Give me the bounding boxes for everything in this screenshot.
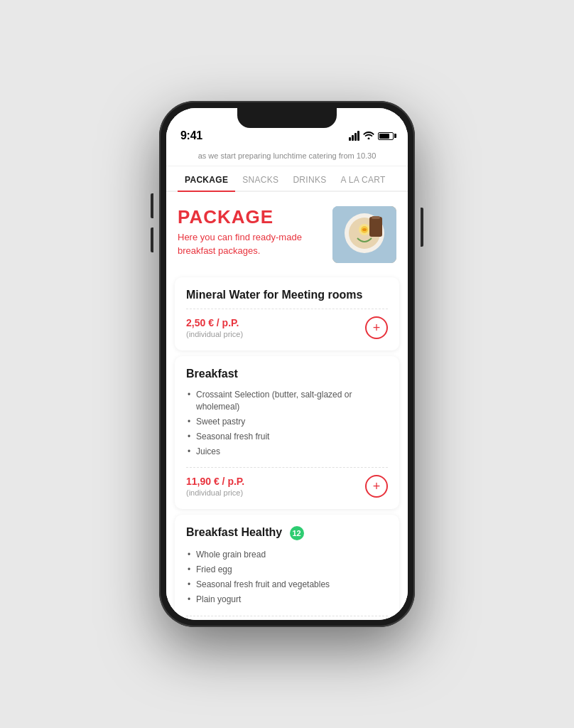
tab-a-la-cart[interactable]: A LA CART	[334, 166, 393, 191]
top-notice: as we start preparing lunchtime catering…	[166, 145, 408, 166]
price-main: 11,90 € / p.P.	[186, 476, 244, 487]
breakfast-card: Breakfast Crossaint Selection (butter, s…	[175, 356, 399, 509]
package-header-text: PACKAGE Here you can find ready-made bre…	[178, 206, 332, 257]
status-icons	[349, 130, 394, 141]
volume-up-button[interactable]	[151, 193, 153, 218]
price-sub: (individual price)	[186, 330, 243, 338]
svg-point-5	[362, 228, 367, 231]
package-image	[332, 206, 396, 263]
price-section: 2,50 € / p.P. (individual price) +	[186, 309, 388, 339]
package-subtitle: Here you can find ready-made breakfast p…	[178, 231, 305, 257]
svg-rect-7	[372, 216, 380, 219]
package-title: PACKAGE	[178, 206, 332, 228]
tab-snacks[interactable]: SNACKS	[235, 166, 286, 191]
screen-content: 9:41	[166, 108, 408, 620]
price-section: 13,90 € / p.P. (individual price) +	[186, 616, 388, 620]
tab-package[interactable]: PACKAGE	[178, 166, 235, 191]
price-section: 11,90 € / p.P. (individual price) +	[186, 467, 388, 498]
food-items-list: Crossaint Selection (butter, salt-glazed…	[186, 387, 388, 459]
svg-rect-6	[369, 217, 382, 237]
package-section-header: PACKAGE Here you can find ready-made bre…	[166, 192, 408, 272]
card-header: Breakfast	[186, 368, 388, 380]
list-item: Juices	[186, 444, 388, 459]
notch	[237, 108, 337, 128]
card-header: Breakfast Healthy 12	[186, 526, 388, 540]
mineral-water-card: Mineral Water for Meeting rooms 2,50 € /…	[175, 277, 399, 350]
item-name: Breakfast	[186, 368, 388, 380]
list-item: Sweet pastry	[186, 414, 388, 429]
card-header: Mineral Water for Meeting rooms	[186, 289, 388, 301]
signal-icon	[349, 131, 359, 141]
list-item: Crossaint Selection (butter, salt-glazed…	[186, 387, 388, 414]
list-item: Plain yogurt	[186, 592, 388, 607]
power-button[interactable]	[421, 208, 423, 247]
item-name: Mineral Water for Meeting rooms	[186, 289, 388, 301]
breakfast-healthy-card: Breakfast Healthy 12 Whole grain bread F…	[175, 515, 399, 620]
add-button[interactable]: +	[365, 316, 388, 339]
list-item: Whole grain bread	[186, 547, 388, 562]
list-item: Seasonal fresh fruit and vegetables	[186, 577, 388, 592]
price-info: 11,90 € / p.P. (individual price)	[186, 476, 244, 497]
volume-down-button[interactable]	[151, 228, 153, 252]
phone-screen: 9:41	[166, 108, 408, 620]
scroll-area[interactable]: as we start preparing lunchtime catering…	[166, 145, 408, 620]
status-time: 9:41	[180, 129, 202, 142]
price-sub: (individual price)	[186, 488, 244, 497]
list-item: Fried egg	[186, 562, 388, 577]
phone-frame: 9:41	[159, 101, 415, 627]
item-badge: 12	[290, 526, 304, 540]
battery-icon	[378, 132, 394, 140]
food-items-list: Whole grain bread Fried egg Seasonal fre…	[186, 547, 388, 606]
price-info: 2,50 € / p.P. (individual price)	[186, 317, 243, 338]
tab-bar: PACKAGE SNACKS DRINKS A LA CART	[166, 166, 408, 192]
price-main: 2,50 € / p.P.	[186, 317, 243, 328]
add-button[interactable]: +	[365, 475, 388, 498]
wifi-icon	[363, 130, 374, 141]
food-image	[332, 206, 396, 263]
item-name: Breakfast Healthy 12	[186, 526, 388, 540]
list-item: Seasonal fresh fruit	[186, 429, 388, 444]
tab-drinks[interactable]: DRINKS	[286, 166, 333, 191]
